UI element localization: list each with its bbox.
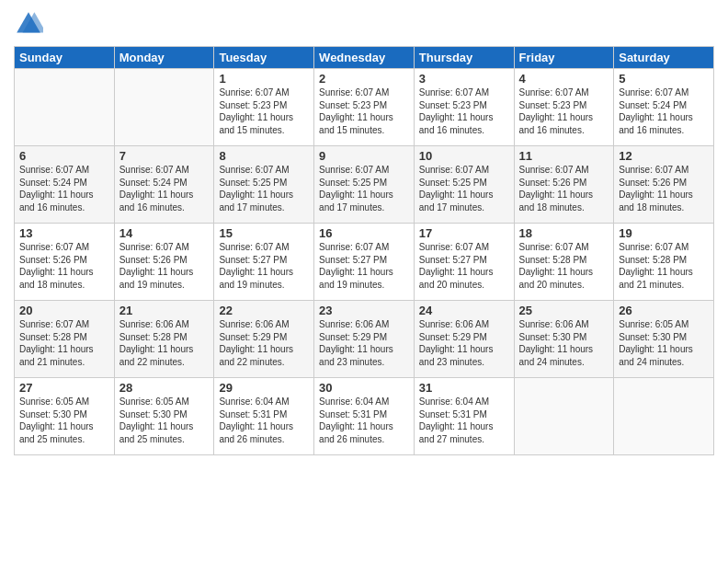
day-number: 5 — [619, 72, 709, 86]
weekday-header-row: SundayMondayTuesdayWednesdayThursdayFrid… — [15, 47, 714, 69]
day-number: 22 — [219, 304, 309, 317]
day-info: Sunrise: 6:07 AM Sunset: 5:28 PM Dayligh… — [19, 318, 109, 368]
day-info: Sunrise: 6:04 AM Sunset: 5:31 PM Dayligh… — [419, 396, 509, 445]
calendar-cell: 25Sunrise: 6:06 AM Sunset: 5:30 PM Dayli… — [514, 301, 614, 378]
day-info: Sunrise: 6:07 AM Sunset: 5:27 PM Dayligh… — [319, 241, 409, 291]
day-number: 26 — [619, 304, 709, 317]
day-info: Sunrise: 6:07 AM Sunset: 5:23 PM Dayligh… — [519, 86, 609, 136]
calendar-page: SundayMondayTuesdayWednesdayThursdayFrid… — [0, 0, 728, 563]
calendar-cell: 30Sunrise: 6:04 AM Sunset: 5:31 PM Dayli… — [314, 378, 415, 455]
day-info: Sunrise: 6:07 AM Sunset: 5:25 PM Dayligh… — [219, 164, 309, 213]
day-info: Sunrise: 6:07 AM Sunset: 5:27 PM Dayligh… — [219, 241, 309, 291]
calendar-cell: 20Sunrise: 6:07 AM Sunset: 5:28 PM Dayli… — [15, 301, 115, 378]
day-info: Sunrise: 6:07 AM Sunset: 5:26 PM Dayligh… — [119, 241, 210, 291]
calendar-cell: 2Sunrise: 6:07 AM Sunset: 5:23 PM Daylig… — [314, 69, 415, 146]
day-number: 31 — [419, 381, 509, 395]
weekday-header-saturday: Saturday — [614, 47, 714, 69]
day-number: 21 — [119, 304, 210, 317]
day-info: Sunrise: 6:07 AM Sunset: 5:23 PM Dayligh… — [219, 86, 309, 136]
weekday-header-friday: Friday — [514, 47, 614, 69]
weekday-header-wednesday: Wednesday — [314, 47, 415, 69]
day-info: Sunrise: 6:05 AM Sunset: 5:30 PM Dayligh… — [19, 396, 109, 445]
day-info: Sunrise: 6:07 AM Sunset: 5:28 PM Dayligh… — [619, 241, 709, 291]
day-info: Sunrise: 6:07 AM Sunset: 5:23 PM Dayligh… — [419, 86, 509, 136]
day-info: Sunrise: 6:07 AM Sunset: 5:26 PM Dayligh… — [619, 164, 709, 213]
calendar-cell: 26Sunrise: 6:05 AM Sunset: 5:30 PM Dayli… — [614, 301, 714, 378]
day-info: Sunrise: 6:07 AM Sunset: 5:24 PM Dayligh… — [119, 164, 210, 213]
day-info: Sunrise: 6:06 AM Sunset: 5:29 PM Dayligh… — [419, 318, 509, 368]
day-number: 13 — [19, 226, 109, 240]
calendar-cell: 31Sunrise: 6:04 AM Sunset: 5:31 PM Dayli… — [414, 378, 514, 455]
day-info: Sunrise: 6:07 AM Sunset: 5:23 PM Dayligh… — [319, 86, 409, 136]
week-row-5: 27Sunrise: 6:05 AM Sunset: 5:30 PM Dayli… — [15, 378, 714, 455]
calendar-cell: 14Sunrise: 6:07 AM Sunset: 5:26 PM Dayli… — [114, 224, 214, 301]
calendar-cell — [114, 69, 214, 146]
day-info: Sunrise: 6:04 AM Sunset: 5:31 PM Dayligh… — [319, 396, 409, 445]
calendar-cell — [15, 69, 115, 146]
day-number: 12 — [619, 149, 709, 163]
day-info: Sunrise: 6:05 AM Sunset: 5:30 PM Dayligh… — [619, 318, 709, 368]
week-row-2: 6Sunrise: 6:07 AM Sunset: 5:24 PM Daylig… — [15, 146, 714, 224]
calendar-cell: 1Sunrise: 6:07 AM Sunset: 5:23 PM Daylig… — [214, 69, 314, 146]
day-number: 30 — [319, 381, 409, 395]
day-info: Sunrise: 6:07 AM Sunset: 5:25 PM Dayligh… — [319, 164, 409, 213]
calendar-cell: 19Sunrise: 6:07 AM Sunset: 5:28 PM Dayli… — [614, 224, 714, 301]
day-info: Sunrise: 6:07 AM Sunset: 5:24 PM Dayligh… — [619, 86, 709, 136]
day-info: Sunrise: 6:07 AM Sunset: 5:28 PM Dayligh… — [519, 241, 609, 291]
day-info: Sunrise: 6:06 AM Sunset: 5:29 PM Dayligh… — [319, 318, 409, 368]
day-number: 15 — [219, 226, 309, 240]
calendar-cell: 8Sunrise: 6:07 AM Sunset: 5:25 PM Daylig… — [214, 146, 314, 224]
day-info: Sunrise: 6:06 AM Sunset: 5:29 PM Dayligh… — [219, 318, 309, 368]
calendar-cell: 7Sunrise: 6:07 AM Sunset: 5:24 PM Daylig… — [114, 146, 214, 224]
day-number: 14 — [119, 226, 210, 240]
week-row-4: 20Sunrise: 6:07 AM Sunset: 5:28 PM Dayli… — [15, 301, 714, 378]
calendar-cell: 27Sunrise: 6:05 AM Sunset: 5:30 PM Dayli… — [15, 378, 115, 455]
calendar-cell: 13Sunrise: 6:07 AM Sunset: 5:26 PM Dayli… — [15, 224, 115, 301]
day-info: Sunrise: 6:06 AM Sunset: 5:28 PM Dayligh… — [119, 318, 210, 368]
week-row-3: 13Sunrise: 6:07 AM Sunset: 5:26 PM Dayli… — [15, 224, 714, 301]
day-info: Sunrise: 6:07 AM Sunset: 5:26 PM Dayligh… — [519, 164, 609, 213]
calendar-cell: 21Sunrise: 6:06 AM Sunset: 5:28 PM Dayli… — [114, 301, 214, 378]
calendar-cell: 9Sunrise: 6:07 AM Sunset: 5:25 PM Daylig… — [314, 146, 415, 224]
day-info: Sunrise: 6:05 AM Sunset: 5:30 PM Dayligh… — [119, 396, 210, 445]
calendar-cell: 10Sunrise: 6:07 AM Sunset: 5:25 PM Dayli… — [414, 146, 514, 224]
day-info: Sunrise: 6:07 AM Sunset: 5:25 PM Dayligh… — [419, 164, 509, 213]
logo — [14, 9, 47, 39]
calendar-cell: 12Sunrise: 6:07 AM Sunset: 5:26 PM Dayli… — [614, 146, 714, 224]
day-info: Sunrise: 6:04 AM Sunset: 5:31 PM Dayligh… — [219, 396, 309, 445]
day-number: 6 — [19, 149, 109, 163]
calendar-cell: 17Sunrise: 6:07 AM Sunset: 5:27 PM Dayli… — [414, 224, 514, 301]
calendar-cell: 16Sunrise: 6:07 AM Sunset: 5:27 PM Dayli… — [314, 224, 415, 301]
calendar-cell: 18Sunrise: 6:07 AM Sunset: 5:28 PM Dayli… — [514, 224, 614, 301]
calendar-cell: 15Sunrise: 6:07 AM Sunset: 5:27 PM Dayli… — [214, 224, 314, 301]
day-info: Sunrise: 6:06 AM Sunset: 5:30 PM Dayligh… — [519, 318, 609, 368]
day-number: 20 — [19, 304, 109, 317]
calendar-cell: 22Sunrise: 6:06 AM Sunset: 5:29 PM Dayli… — [214, 301, 314, 378]
calendar-cell: 5Sunrise: 6:07 AM Sunset: 5:24 PM Daylig… — [614, 69, 714, 146]
day-number: 11 — [519, 149, 609, 163]
day-number: 28 — [119, 381, 210, 395]
day-number: 24 — [419, 304, 509, 317]
day-number: 17 — [419, 226, 509, 240]
week-row-1: 1Sunrise: 6:07 AM Sunset: 5:23 PM Daylig… — [15, 69, 714, 146]
calendar-cell: 29Sunrise: 6:04 AM Sunset: 5:31 PM Dayli… — [214, 378, 314, 455]
calendar-cell: 4Sunrise: 6:07 AM Sunset: 5:23 PM Daylig… — [514, 69, 614, 146]
day-number: 23 — [319, 304, 409, 317]
calendar-cell: 28Sunrise: 6:05 AM Sunset: 5:30 PM Dayli… — [114, 378, 214, 455]
weekday-header-thursday: Thursday — [414, 47, 514, 69]
day-number: 7 — [119, 149, 210, 163]
day-number: 8 — [219, 149, 309, 163]
calendar-cell: 3Sunrise: 6:07 AM Sunset: 5:23 PM Daylig… — [414, 69, 514, 146]
day-number: 18 — [519, 226, 609, 240]
day-number: 25 — [519, 304, 609, 317]
calendar-cell: 11Sunrise: 6:07 AM Sunset: 5:26 PM Dayli… — [514, 146, 614, 224]
day-number: 9 — [319, 149, 409, 163]
weekday-header-monday: Monday — [114, 47, 214, 69]
day-number: 27 — [19, 381, 109, 395]
calendar-cell — [514, 378, 614, 455]
calendar-cell: 23Sunrise: 6:06 AM Sunset: 5:29 PM Dayli… — [314, 301, 415, 378]
weekday-header-tuesday: Tuesday — [214, 47, 314, 69]
day-number: 29 — [219, 381, 309, 395]
day-number: 1 — [219, 72, 309, 86]
logo-icon — [14, 9, 43, 39]
